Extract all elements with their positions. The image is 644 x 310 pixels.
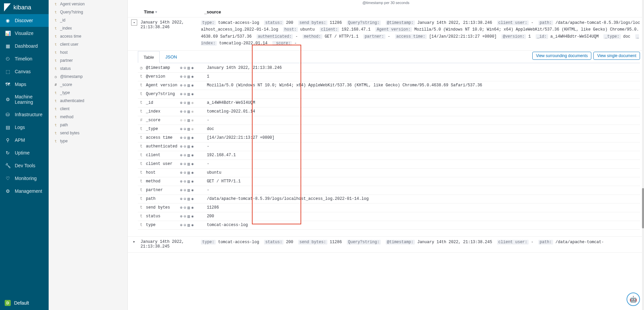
filter-out-icon[interactable]: ⊖ [184, 100, 186, 105]
field--timestamp[interactable]: ◷@timestamp [49, 73, 127, 81]
field--score[interactable]: #_score [49, 81, 127, 89]
toggle-column-icon[interactable]: ▥ [187, 214, 190, 219]
filter-for-icon[interactable]: ⊕ [180, 223, 182, 228]
tab-table[interactable]: Table [138, 51, 160, 63]
nav-item-monitoring[interactable]: ♡Monitoring [0, 172, 49, 185]
field-authenticated[interactable]: tauthenticated [49, 97, 127, 105]
field-agent-version[interactable]: tAgent version [49, 0, 127, 8]
filter-for-icon[interactable]: ⊕ [180, 196, 182, 202]
filter-out-icon[interactable]: ⊖ [184, 214, 186, 219]
field--id[interactable]: t_id [49, 16, 127, 24]
nav-item-dev-tools[interactable]: 🔧Dev Tools [0, 159, 49, 172]
sidebar-footer[interactable]: D Default [0, 296, 49, 310]
filter-for-icon[interactable]: ⊕ [180, 109, 182, 114]
view-single-button[interactable]: View single document [593, 52, 640, 60]
field-path[interactable]: tpath [49, 121, 127, 129]
exists-filter-icon[interactable]: ✱ [191, 100, 194, 105]
nav-item-apm[interactable]: ⚲APM [0, 134, 49, 146]
filter-out-icon[interactable]: ⊖ [184, 118, 186, 123]
filter-for-icon[interactable]: ⊕ [180, 100, 182, 105]
filter-out-icon[interactable]: ⊖ [184, 179, 186, 184]
nav-item-management[interactable]: ⚙Management [0, 185, 49, 197]
filter-out-icon[interactable]: ⊖ [184, 170, 186, 175]
nav-item-logs[interactable]: ▤Logs [0, 121, 49, 134]
field-status[interactable]: tstatus [49, 64, 127, 73]
filter-for-icon[interactable]: ⊕ [180, 74, 182, 79]
filter-for-icon[interactable]: ⊕ [180, 65, 182, 71]
toggle-column-icon[interactable]: ▥ [187, 144, 190, 149]
nav-item-dashboard[interactable]: ▦Dashboard [0, 40, 49, 52]
toggle-column-icon[interactable]: ▥ [187, 188, 190, 193]
nav-item-infrastructure[interactable]: ⛁Infrastructure [0, 108, 49, 121]
field-host[interactable]: thost [49, 48, 127, 56]
exists-filter-icon[interactable]: ✱ [191, 188, 194, 193]
toggle-column-icon[interactable]: ▥ [187, 92, 190, 97]
nav-item-timelion[interactable]: ⏲Timelion [0, 52, 49, 65]
filter-out-icon[interactable]: ⊖ [184, 205, 186, 210]
collapse-toggle[interactable]: ▾ [131, 19, 137, 26]
toggle-column-icon[interactable]: ▥ [187, 162, 190, 167]
filter-out-icon[interactable]: ⊖ [184, 109, 186, 114]
filter-for-icon[interactable]: ⊕ [180, 127, 182, 132]
toggle-column-icon[interactable]: ▥ [187, 100, 190, 105]
exists-filter-icon[interactable]: ✱ [191, 92, 194, 97]
field-partner[interactable]: tpartner [49, 56, 127, 64]
toggle-column-icon[interactable]: ▥ [187, 74, 190, 79]
toggle-column-icon[interactable]: ▥ [187, 83, 190, 88]
filter-for-icon[interactable]: ⊕ [180, 162, 182, 167]
chat-fab[interactable]: 🤖 [627, 293, 640, 306]
exists-filter-icon[interactable]: ✱ [191, 170, 194, 175]
nav-item-discover[interactable]: ◉Discover [0, 14, 49, 27]
exists-filter-icon[interactable]: ✱ [191, 83, 194, 88]
exists-filter-icon[interactable]: ✱ [191, 127, 194, 132]
exists-filter-icon[interactable]: ✱ [191, 179, 194, 184]
kibana-logo[interactable]: kibana [0, 0, 49, 14]
filter-out-icon[interactable]: ⊖ [184, 153, 186, 158]
filter-for-icon[interactable]: ⊕ [180, 118, 182, 123]
exists-filter-icon[interactable]: ✱ [191, 205, 194, 210]
field-method[interactable]: tmethod [49, 113, 127, 121]
toggle-column-icon[interactable]: ▥ [187, 223, 190, 228]
toggle-column-icon[interactable]: ▥ [187, 118, 190, 123]
filter-out-icon[interactable]: ⊖ [184, 144, 186, 149]
filter-out-icon[interactable]: ⊖ [184, 162, 186, 167]
filter-for-icon[interactable]: ⊕ [180, 179, 182, 184]
filter-out-icon[interactable]: ⊖ [184, 65, 186, 71]
exists-filter-icon[interactable]: ✱ [191, 74, 194, 79]
toggle-column-icon[interactable]: ▥ [187, 65, 190, 71]
nav-item-maps[interactable]: 🗺Maps [0, 78, 49, 91]
exists-filter-icon[interactable]: ✱ [191, 65, 194, 71]
nav-item-machine-learning[interactable]: ⚙Machine Learning [0, 91, 49, 108]
toggle-column-icon[interactable]: ▥ [187, 135, 190, 140]
exists-filter-icon[interactable]: ✱ [191, 223, 194, 228]
toggle-column-icon[interactable]: ▥ [187, 109, 190, 114]
filter-for-icon[interactable]: ⊕ [180, 188, 182, 193]
filter-out-icon[interactable]: ⊖ [184, 135, 186, 140]
filter-out-icon[interactable]: ⊖ [184, 223, 186, 228]
filter-for-icon[interactable]: ⊕ [180, 135, 182, 140]
field--index[interactable]: t_index [49, 24, 127, 32]
filter-for-icon[interactable]: ⊕ [180, 214, 182, 219]
exists-filter-icon[interactable]: ✱ [191, 118, 194, 123]
nav-item-canvas[interactable]: ⬚Canvas [0, 65, 49, 78]
exists-filter-icon[interactable]: ✱ [191, 162, 194, 167]
exists-filter-icon[interactable]: ✱ [191, 109, 194, 114]
scrollbar[interactable] [642, 0, 644, 310]
filter-out-icon[interactable]: ⊖ [184, 92, 186, 97]
column-time[interactable]: Time ▾ [144, 9, 204, 14]
toggle-column-icon[interactable]: ▥ [187, 153, 190, 158]
exists-filter-icon[interactable]: ✱ [191, 153, 194, 158]
toggle-column-icon[interactable]: ▥ [187, 179, 190, 184]
sort-desc-icon[interactable]: ▾ [155, 10, 157, 14]
filter-for-icon[interactable]: ⊕ [180, 153, 182, 158]
toggle-column-icon[interactable]: ▥ [187, 127, 190, 132]
filter-for-icon[interactable]: ⊕ [180, 83, 182, 88]
field-query-string[interactable]: tQuery?string [49, 8, 127, 16]
filter-for-icon[interactable]: ⊕ [180, 92, 182, 97]
exists-filter-icon[interactable]: ✱ [191, 196, 194, 202]
toggle-column-icon[interactable]: ▥ [187, 196, 190, 202]
view-surrounding-button[interactable]: View surrounding documents [532, 52, 592, 60]
nav-item-uptime[interactable]: ↻Uptime [0, 146, 49, 159]
filter-out-icon[interactable]: ⊖ [184, 188, 186, 193]
toggle-column-icon[interactable]: ▥ [187, 170, 190, 175]
